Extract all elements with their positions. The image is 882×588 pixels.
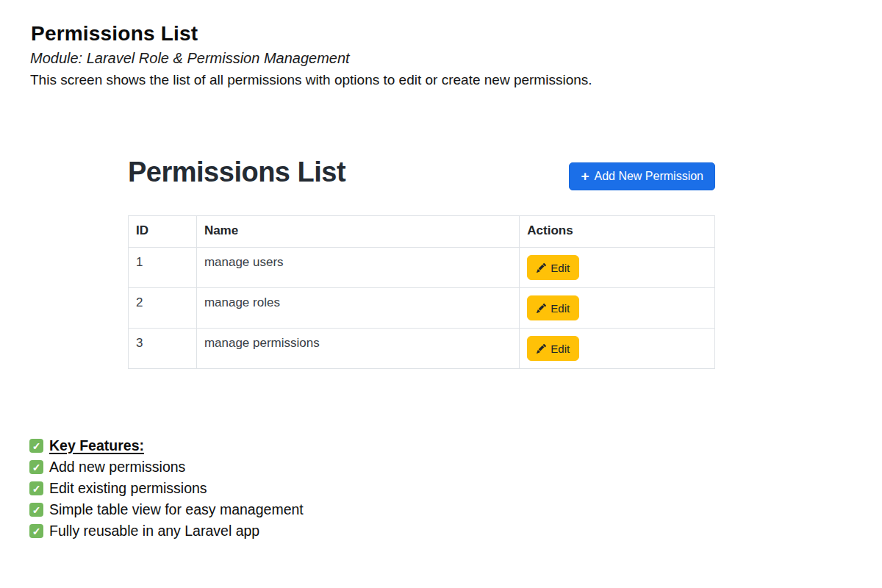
module-subtitle: Module: Laravel Role & Permission Manage… (30, 50, 350, 67)
key-features-heading: ✓ Key Features: (29, 435, 304, 456)
column-header-id: ID (129, 216, 197, 248)
edit-button[interactable]: Edit (527, 255, 579, 280)
edit-button[interactable]: Edit (527, 336, 579, 361)
check-icon: ✓ (29, 460, 43, 474)
pencil-icon (537, 304, 546, 313)
add-new-permission-button[interactable]: + Add New Permission (569, 162, 715, 190)
key-features-label: Key Features: (49, 437, 144, 454)
table-row: 2 manage roles Edit (129, 288, 715, 329)
cell-name: manage roles (196, 288, 519, 329)
cell-id: 2 (129, 288, 197, 329)
add-new-permission-label: Add New Permission (595, 170, 704, 183)
cell-actions: Edit (520, 248, 715, 288)
cell-id: 3 (129, 329, 197, 369)
table-row: 1 manage users Edit (129, 248, 715, 288)
feature-item: ✓ Fully reusable in any Laravel app (29, 520, 304, 542)
column-header-actions: Actions (520, 216, 715, 248)
check-icon: ✓ (29, 503, 43, 517)
feature-item: ✓ Add new permissions (29, 456, 304, 478)
feature-item-label: Simple table view for easy management (49, 501, 304, 518)
permissions-table: ID Name Actions 1 manage users Edit 2 ma… (128, 215, 715, 369)
cell-name: manage users (196, 248, 519, 288)
cell-actions: Edit (520, 288, 715, 329)
table-header-row: ID Name Actions (129, 216, 715, 248)
cell-id: 1 (129, 248, 197, 288)
feature-item-label: Edit existing permissions (49, 480, 207, 497)
edit-button[interactable]: Edit (527, 295, 579, 320)
feature-item: ✓ Edit existing permissions (29, 478, 304, 499)
table-row: 3 manage permissions Edit (129, 329, 715, 369)
page-description: This screen shows the list of all permis… (30, 72, 592, 88)
cell-actions: Edit (520, 329, 715, 369)
app-heading: Permissions List (128, 157, 345, 188)
plus-icon: + (581, 169, 589, 183)
feature-item-label: Fully reusable in any Laravel app (49, 523, 259, 539)
edit-button-label: Edit (551, 302, 570, 315)
column-header-name: Name (196, 216, 519, 248)
pencil-icon (537, 263, 546, 273)
check-icon: ✓ (29, 439, 43, 453)
edit-button-label: Edit (551, 343, 570, 355)
feature-item-label: Add new permissions (49, 459, 185, 476)
edit-button-label: Edit (551, 262, 570, 274)
check-icon: ✓ (29, 524, 43, 538)
pencil-icon (537, 344, 546, 354)
feature-item: ✓ Simple table view for easy management (29, 499, 304, 520)
check-icon: ✓ (29, 481, 43, 495)
cell-name: manage permissions (196, 329, 519, 369)
page-title: Permissions List (31, 22, 198, 46)
key-features-list: ✓ Key Features: ✓ Add new permissions ✓ … (29, 435, 304, 542)
